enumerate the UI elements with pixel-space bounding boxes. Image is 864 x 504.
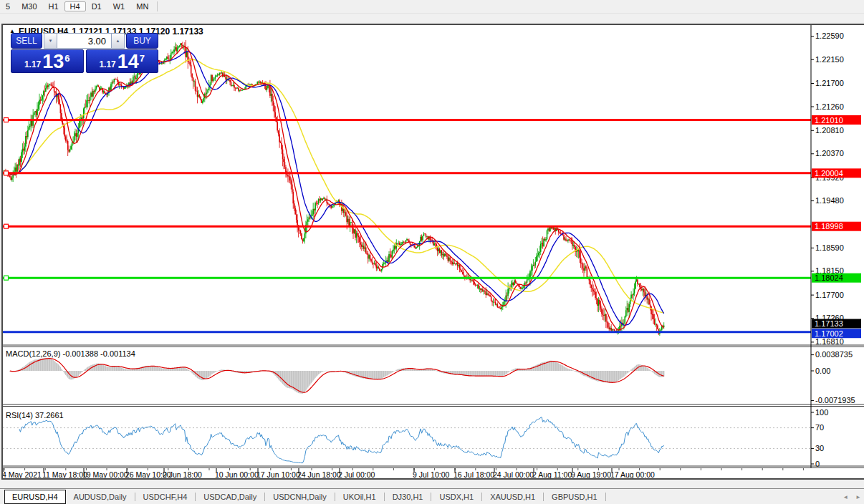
- svg-text:0.00: 0.00: [815, 367, 830, 375]
- buy-price-sup: 7: [140, 53, 145, 64]
- svg-text:9 Aug 19:00: 9 Aug 19:00: [571, 470, 611, 479]
- buy-price-big: 14: [117, 52, 139, 72]
- svg-text:4 May 2021: 4 May 2021: [3, 470, 42, 479]
- svg-text:17 Aug 00:00: 17 Aug 00:00: [610, 470, 655, 479]
- svg-text:0: 0: [815, 460, 820, 468]
- tab-dj30-h1[interactable]: DJ30,H1: [385, 490, 431, 504]
- macd-histogram: [9, 358, 664, 394]
- volume-input[interactable]: 3.00: [57, 33, 111, 49]
- svg-text:1.22590: 1.22590: [815, 32, 844, 40]
- macd-indicator-label: MACD(12,26,9) -0.001388 -0.001134: [6, 349, 135, 358]
- tab-gbpusd-h1[interactable]: GBPUSD,H1: [544, 490, 605, 504]
- timeframe-m5-button[interactable]: 5: [0, 1, 16, 11]
- svg-text:1.18590: 1.18590: [815, 243, 844, 252]
- tab-usdchf-h4[interactable]: USDCHF,H4: [135, 490, 196, 504]
- timeframe-w1-button[interactable]: W1: [107, 1, 131, 11]
- mt4-terminal: { "toolbar": { "timeframes": [ {"label":…: [0, 0, 864, 504]
- svg-text:17 Jun 10:00: 17 Jun 10:00: [256, 470, 300, 479]
- one-click-trade-panel: SELL ▼ 3.00 ▲ BUY 1.17136 1.17147: [11, 33, 158, 73]
- svg-text:24 Jul 00:00: 24 Jul 00:00: [493, 470, 534, 479]
- chart-canvas[interactable]: 1.225901.221501.217001.212601.208101.203…: [3, 25, 864, 478]
- chart-window: ▲ EURUSD,H4 1.17121 1.17133 1.17120 1.17…: [1, 24, 864, 480]
- candles: [3, 40, 664, 336]
- toolbar-separator: [157, 1, 158, 11]
- tab-usdcad-daily[interactable]: USDCAD,Daily: [196, 490, 264, 504]
- svg-text:1.17133: 1.17133: [815, 319, 843, 328]
- svg-text:1.22150: 1.22150: [815, 55, 844, 64]
- svg-text:100: 100: [815, 408, 828, 417]
- svg-text:1.19480: 1.19480: [815, 196, 844, 205]
- timeframe-h1-button[interactable]: H1: [43, 1, 64, 11]
- svg-text:1.18024: 1.18024: [815, 273, 843, 282]
- timeframe-toolbar: 5 M30 H1 H4 D1 W1 MN: [0, 0, 864, 14]
- svg-text:1.17002: 1.17002: [815, 329, 843, 338]
- svg-text:10 Jun 00:00: 10 Jun 00:00: [215, 470, 259, 479]
- svg-text:1.20004: 1.20004: [815, 169, 843, 178]
- buy-price-button[interactable]: 1.17147: [86, 49, 159, 73]
- sell-price-small: 1.17: [24, 59, 41, 69]
- tab-usdcnh-daily[interactable]: USDCNH,Daily: [265, 490, 335, 504]
- timeframe-d1-button[interactable]: D1: [86, 1, 107, 11]
- timeframe-h4-button[interactable]: H4: [64, 1, 86, 11]
- svg-text:2 Jul 00:00: 2 Jul 00:00: [338, 470, 375, 479]
- volume-increase-button[interactable]: ▲: [111, 33, 125, 49]
- svg-text:1.18998: 1.18998: [815, 222, 843, 231]
- tab-eurusd-h4[interactable]: EURUSD,H4: [4, 490, 66, 504]
- tab-usdx-h1[interactable]: USDX,H1: [431, 490, 481, 504]
- tab-audusd-daily[interactable]: AUDUSD,Daily: [66, 490, 135, 504]
- svg-text:11 May 18:00: 11 May 18:00: [42, 470, 87, 479]
- svg-text:0.0038735: 0.0038735: [815, 350, 853, 359]
- svg-text:19 May 00:00: 19 May 00:00: [82, 470, 128, 479]
- svg-text:2 Jun 18:00: 2 Jun 18:00: [163, 470, 202, 479]
- svg-text:1.17700: 1.17700: [815, 291, 844, 299]
- timeframe-mn-button[interactable]: MN: [130, 1, 154, 11]
- tab-scroll-right-icon[interactable]: ►: [855, 494, 861, 500]
- svg-text:1.21260: 1.21260: [815, 102, 844, 111]
- svg-text:-0.0071935: -0.0071935: [815, 396, 855, 404]
- sell-price-big: 13: [42, 52, 64, 72]
- svg-text:1.21010: 1.21010: [815, 116, 843, 125]
- sell-price-button[interactable]: 1.17136: [11, 49, 84, 73]
- svg-text:2 Aug 11:00: 2 Aug 11:00: [532, 470, 572, 479]
- svg-text:1.20370: 1.20370: [815, 149, 844, 158]
- tab-divider: [605, 493, 606, 501]
- sell-button[interactable]: SELL: [11, 33, 42, 49]
- sell-price-sup: 6: [64, 53, 69, 64]
- tab-xauusd-h1[interactable]: XAUUSD,H1: [482, 490, 543, 504]
- svg-text:16 Jul 18:00: 16 Jul 18:00: [453, 470, 494, 479]
- svg-text:1.20810: 1.20810: [815, 126, 844, 135]
- svg-text:9 Jul 10:00: 9 Jul 10:00: [413, 470, 450, 479]
- svg-text:24 Jun 18:00: 24 Jun 18:00: [297, 470, 341, 479]
- chart-tab-bar: EURUSD,H4 AUDUSD,Daily USDCHF,H4 USDCAD,…: [0, 488, 864, 504]
- svg-text:30: 30: [815, 444, 824, 452]
- volume-decrease-button[interactable]: ▼: [44, 33, 57, 49]
- svg-text:1.21700: 1.21700: [815, 79, 844, 87]
- svg-text:70: 70: [815, 423, 824, 432]
- tab-scroll-left-icon[interactable]: ◄: [843, 494, 848, 500]
- rsi-indicator-label: RSI(14) 37.2661: [6, 411, 64, 420]
- buy-button[interactable]: BUY: [126, 33, 158, 49]
- tab-ukoil-h1[interactable]: UKOil,H1: [335, 490, 384, 504]
- timeframe-m30-button[interactable]: M30: [16, 1, 42, 11]
- buy-price-small: 1.17: [99, 59, 115, 69]
